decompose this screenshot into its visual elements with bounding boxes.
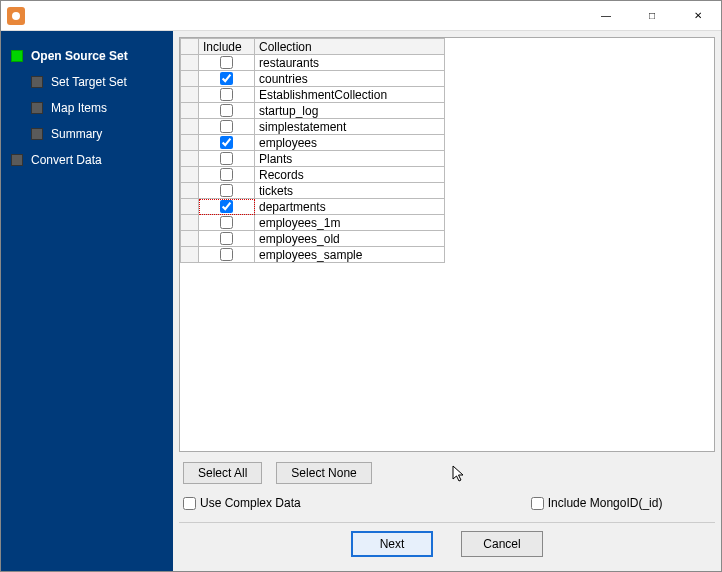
table-row[interactable]: tickets: [181, 183, 445, 199]
select-all-button[interactable]: Select All: [183, 462, 262, 484]
include-checkbox[interactable]: [220, 72, 233, 85]
row-header[interactable]: [181, 87, 199, 103]
collections-table-wrap[interactable]: Include Collection restaurantscountriesE…: [179, 37, 715, 452]
step-indicator-icon: [31, 102, 43, 114]
row-header[interactable]: [181, 183, 199, 199]
collection-name-cell[interactable]: countries: [255, 71, 445, 87]
include-checkbox[interactable]: [220, 232, 233, 245]
include-checkbox[interactable]: [220, 104, 233, 117]
collection-name-cell[interactable]: employees_old: [255, 231, 445, 247]
collection-name-cell[interactable]: tickets: [255, 183, 445, 199]
wizard-step[interactable]: Convert Data: [9, 147, 165, 173]
wizard-step[interactable]: Map Items: [9, 95, 165, 121]
table-row[interactable]: employees_old: [181, 231, 445, 247]
collection-name-cell[interactable]: Records: [255, 167, 445, 183]
wizard-step[interactable]: Summary: [9, 121, 165, 147]
wizard-step[interactable]: Open Source Set: [9, 43, 165, 69]
include-cell[interactable]: [199, 87, 255, 103]
select-none-button[interactable]: Select None: [276, 462, 371, 484]
window-controls: — □ ✕: [583, 1, 721, 31]
wizard-step[interactable]: Set Target Set: [9, 69, 165, 95]
include-cell[interactable]: [199, 71, 255, 87]
include-cell[interactable]: [199, 151, 255, 167]
include-mongoid-option[interactable]: Include MongoID(_id): [531, 496, 663, 510]
next-button[interactable]: Next: [351, 531, 433, 557]
include-checkbox[interactable]: [220, 152, 233, 165]
table-row[interactable]: Records: [181, 167, 445, 183]
collection-name-cell[interactable]: EstablishmentCollection: [255, 87, 445, 103]
step-indicator-icon: [31, 76, 43, 88]
row-header[interactable]: [181, 55, 199, 71]
row-header[interactable]: [181, 215, 199, 231]
collection-name-cell[interactable]: restaurants: [255, 55, 445, 71]
row-header[interactable]: [181, 247, 199, 263]
table-row[interactable]: departments: [181, 199, 445, 215]
include-cell[interactable]: [199, 215, 255, 231]
include-checkbox[interactable]: [220, 248, 233, 261]
include-mongoid-checkbox[interactable]: [531, 497, 544, 510]
collection-name-cell[interactable]: employees_1m: [255, 215, 445, 231]
collection-name-cell[interactable]: startup_log: [255, 103, 445, 119]
collection-name-cell[interactable]: simplestatement: [255, 119, 445, 135]
cancel-button[interactable]: Cancel: [461, 531, 543, 557]
collection-name-cell[interactable]: departments: [255, 199, 445, 215]
step-indicator-icon: [31, 128, 43, 140]
table-row[interactable]: simplestatement: [181, 119, 445, 135]
row-header[interactable]: [181, 151, 199, 167]
use-complex-data-option[interactable]: Use Complex Data: [183, 496, 301, 510]
include-cell[interactable]: [199, 135, 255, 151]
include-checkbox[interactable]: [220, 200, 233, 213]
include-checkbox[interactable]: [220, 88, 233, 101]
maximize-button[interactable]: □: [629, 1, 675, 31]
main-panel: Include Collection restaurantscountriesE…: [173, 31, 721, 571]
collection-name-cell[interactable]: employees: [255, 135, 445, 151]
include-cell[interactable]: [199, 103, 255, 119]
include-cell[interactable]: [199, 119, 255, 135]
include-checkbox[interactable]: [220, 56, 233, 69]
close-button[interactable]: ✕: [675, 1, 721, 31]
table-row[interactable]: employees_sample: [181, 247, 445, 263]
collection-name-cell[interactable]: Plants: [255, 151, 445, 167]
include-checkbox[interactable]: [220, 136, 233, 149]
collections-table: Include Collection restaurantscountriesE…: [180, 38, 445, 263]
column-header-include[interactable]: Include: [199, 39, 255, 55]
row-header[interactable]: [181, 135, 199, 151]
include-cell[interactable]: [199, 167, 255, 183]
include-checkbox[interactable]: [220, 120, 233, 133]
row-header[interactable]: [181, 231, 199, 247]
include-checkbox[interactable]: [220, 168, 233, 181]
use-complex-data-label: Use Complex Data: [200, 496, 301, 510]
include-mongoid-label: Include MongoID(_id): [548, 496, 663, 510]
table-row[interactable]: countries: [181, 71, 445, 87]
titlebar: — □ ✕: [1, 1, 721, 31]
step-label: Open Source Set: [31, 49, 128, 63]
row-header[interactable]: [181, 199, 199, 215]
step-label: Convert Data: [31, 153, 102, 167]
row-header-corner: [181, 39, 199, 55]
table-row[interactable]: EstablishmentCollection: [181, 87, 445, 103]
row-header[interactable]: [181, 103, 199, 119]
minimize-button[interactable]: —: [583, 1, 629, 31]
table-row[interactable]: Plants: [181, 151, 445, 167]
table-row[interactable]: employees_1m: [181, 215, 445, 231]
include-checkbox[interactable]: [220, 216, 233, 229]
collection-name-cell[interactable]: employees_sample: [255, 247, 445, 263]
step-label: Set Target Set: [51, 75, 127, 89]
table-row[interactable]: startup_log: [181, 103, 445, 119]
row-header[interactable]: [181, 167, 199, 183]
step-indicator-icon: [11, 50, 23, 62]
step-indicator-icon: [11, 154, 23, 166]
row-header[interactable]: [181, 119, 199, 135]
step-label: Map Items: [51, 101, 107, 115]
include-cell[interactable]: [199, 231, 255, 247]
include-cell[interactable]: [199, 247, 255, 263]
row-header[interactable]: [181, 71, 199, 87]
table-row[interactable]: employees: [181, 135, 445, 151]
include-cell[interactable]: [199, 183, 255, 199]
include-checkbox[interactable]: [220, 184, 233, 197]
include-cell[interactable]: [199, 199, 255, 215]
use-complex-data-checkbox[interactable]: [183, 497, 196, 510]
table-row[interactable]: restaurants: [181, 55, 445, 71]
column-header-collection[interactable]: Collection: [255, 39, 445, 55]
include-cell[interactable]: [199, 55, 255, 71]
